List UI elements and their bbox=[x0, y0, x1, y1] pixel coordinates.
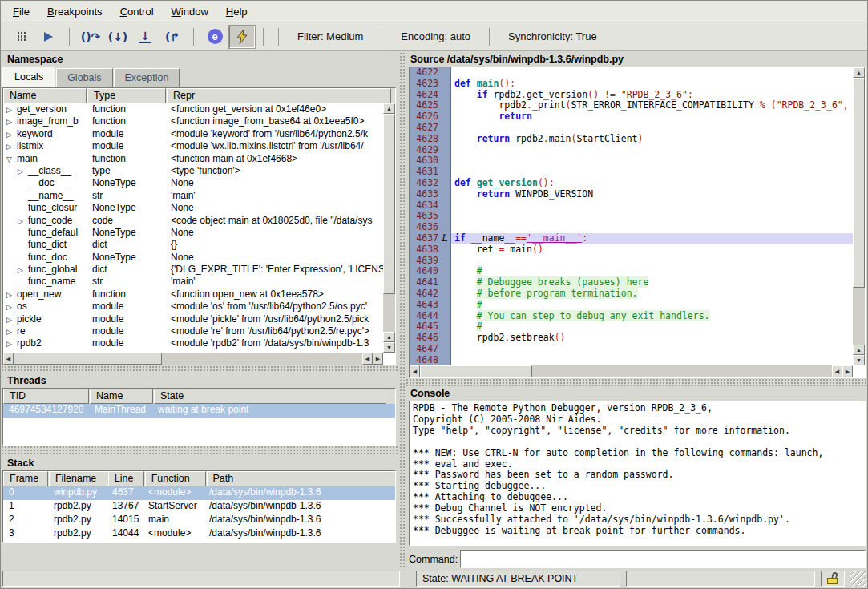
column-header-frame[interactable]: Frame bbox=[3, 471, 48, 486]
source-line[interactable]: 4632def get_version(): bbox=[410, 178, 853, 189]
namespace-horizontal-scrollbar[interactable]: ◀ ◀ ▶ bbox=[3, 353, 383, 365]
go-button[interactable] bbox=[35, 26, 61, 48]
expand-arrow-icon[interactable]: ▷ bbox=[6, 303, 17, 311]
namespace-row[interactable]: ▷listmixmodule<module 'wx.lib.mixins.lis… bbox=[3, 140, 383, 152]
scroll-down-arrow-icon[interactable]: ▼ bbox=[853, 355, 865, 365]
namespace-row[interactable]: func_dictdict{} bbox=[3, 239, 383, 251]
source-line[interactable]: 4634 bbox=[410, 200, 853, 212]
source-line[interactable]: 4647 bbox=[410, 344, 853, 355]
source-line[interactable]: 4648 bbox=[410, 355, 853, 365]
expand-arrow-icon[interactable]: ▷ bbox=[18, 266, 28, 274]
column-header-state[interactable]: State bbox=[154, 389, 386, 404]
scroll-left-arrow-icon[interactable]: ◀ bbox=[832, 365, 842, 377]
thread-row[interactable]: 46974534127920MainThreadwaiting at break… bbox=[3, 404, 395, 418]
scroll-left-arrow-icon[interactable]: ◀ bbox=[3, 353, 14, 365]
expand-arrow-icon[interactable]: ▷ bbox=[6, 131, 17, 139]
namespace-row[interactable]: func_docNoneTypeNone bbox=[3, 252, 383, 264]
source-vertical-scrollbar[interactable]: ▲ ▲ ▼ bbox=[853, 67, 865, 365]
step-button[interactable]: (↓) bbox=[105, 26, 131, 48]
menu-item-window[interactable]: Window bbox=[163, 2, 217, 21]
column-header-name[interactable]: Name bbox=[3, 88, 87, 103]
namespace-row[interactable]: __doc__NoneTypeNone bbox=[3, 177, 383, 189]
expand-arrow-icon[interactable]: ▷ bbox=[18, 217, 28, 225]
source-line[interactable]: 4643 # bbox=[410, 300, 853, 311]
vertical-splitter-sash[interactable] bbox=[399, 52, 406, 569]
namespace-row[interactable]: func_defaulNoneTypeNone bbox=[3, 227, 383, 239]
namespace-row[interactable]: ▷image_from_bfunction<function image_fro… bbox=[3, 115, 383, 127]
source-line[interactable]: 4642 # before program termination. bbox=[410, 288, 853, 300]
scroll-up-arrow-icon[interactable]: ▲ bbox=[383, 103, 395, 114]
goto-button[interactable]: ↓ bbox=[132, 26, 158, 48]
scroll-left-arrow-icon[interactable]: ◀ bbox=[362, 353, 373, 365]
tab-locals[interactable]: Locals bbox=[2, 67, 55, 87]
namespace-row[interactable]: ▷rpdb2module<module 'rpdb2' from '/data/… bbox=[3, 337, 383, 349]
menu-item-help[interactable]: Help bbox=[217, 2, 256, 21]
source-line[interactable]: 4629 bbox=[410, 145, 853, 156]
namespace-row[interactable]: ▷__class__type<type 'function'> bbox=[3, 165, 383, 177]
source-line[interactable]: 4637Lif __name__=='__main__': bbox=[410, 233, 853, 244]
scroll-up-arrow-icon[interactable]: ▲ bbox=[383, 332, 395, 342]
source-horizontal-scrollbar[interactable]: ◀ ◀ ▶ bbox=[410, 365, 853, 377]
namespace-vertical-scrollbar[interactable]: ▲ ▲ ▼ bbox=[383, 103, 395, 353]
expand-arrow-icon[interactable]: ▷ bbox=[6, 291, 17, 299]
menu-item-file[interactable]: File bbox=[4, 2, 38, 21]
source-line[interactable]: 4625 rpdb2._print(STR_ERROR_INTERFACE_CO… bbox=[410, 100, 853, 111]
namespace-row[interactable]: ▷open_newfunction<function open_new at 0… bbox=[3, 288, 383, 301]
scrollbar-thumb[interactable] bbox=[14, 353, 162, 365]
splitter-sash[interactable] bbox=[1, 365, 399, 373]
scroll-up-arrow-icon[interactable]: ▲ bbox=[853, 67, 865, 78]
resize-grip[interactable] bbox=[850, 571, 866, 587]
expand-arrow-icon[interactable]: ▷ bbox=[6, 143, 17, 151]
expand-arrow-icon[interactable]: ▷ bbox=[6, 340, 17, 348]
column-header-tid[interactable]: TID bbox=[3, 389, 89, 404]
column-header-filename[interactable]: Filename bbox=[49, 471, 107, 486]
return-button[interactable]: (↱ bbox=[159, 26, 185, 48]
source-line[interactable]: 4640 # bbox=[410, 266, 853, 277]
source-line[interactable]: 4628 return rpdb2.main(StartClient) bbox=[410, 134, 853, 145]
column-header-path[interactable]: Path bbox=[207, 471, 394, 486]
source-line[interactable]: 4630 bbox=[410, 155, 853, 167]
namespace-row[interactable]: ▷func_codecode<code object main at 0x180… bbox=[3, 215, 383, 227]
tab-exception[interactable]: Exception bbox=[114, 68, 180, 87]
source-line[interactable]: 4633 return WINPDB_VERSION bbox=[410, 189, 853, 200]
source-line[interactable]: 4638 ret = main() bbox=[410, 244, 853, 256]
column-header-repr[interactable]: Repr bbox=[167, 88, 391, 103]
stack-frame-row[interactable]: 3rpdb2.py14044<module>/data/sys/bin/winp… bbox=[3, 527, 395, 541]
scroll-right-arrow-icon[interactable]: ▶ bbox=[842, 365, 853, 377]
source-line[interactable]: 4627 bbox=[410, 123, 853, 134]
namespace-row[interactable]: __name__str'main' bbox=[3, 190, 383, 202]
expand-arrow-icon[interactable]: ▷ bbox=[18, 167, 28, 175]
scrollbar-thumb[interactable] bbox=[383, 114, 395, 294]
source-line[interactable]: 4624 if rpdb2.get_version() != "RPDB_2_3… bbox=[410, 90, 853, 101]
source-line[interactable]: 4623def main(): bbox=[410, 79, 853, 90]
next-button[interactable]: ()↷ bbox=[78, 26, 103, 48]
namespace-row[interactable]: ▷keywordmodule<module 'keyword' from '/u… bbox=[3, 128, 383, 140]
source-line[interactable]: 4635 bbox=[410, 211, 853, 222]
source-line[interactable]: 4626 return bbox=[410, 111, 853, 123]
scroll-up-arrow-icon[interactable]: ▲ bbox=[853, 345, 865, 355]
expand-arrow-icon[interactable]: ▷ bbox=[6, 106, 17, 114]
namespace-row[interactable]: ▷func_globaldict{'DLG_EXPR_TITLE': 'Ente… bbox=[3, 264, 383, 276]
source-line[interactable]: 4641 # Debuggee breaks (pauses) here bbox=[410, 277, 853, 288]
source-line[interactable]: 4631 bbox=[410, 167, 853, 178]
column-header-line[interactable]: Line bbox=[108, 471, 144, 486]
scrollbar-thumb[interactable] bbox=[853, 78, 865, 288]
stack-frame-row[interactable]: 2rpdb2.py14015main/data/sys/bin/winpdb-1… bbox=[3, 514, 395, 527]
stack-frame-row[interactable]: 1rpdb2.py13767StartServer/data/sys/bin/w… bbox=[3, 500, 395, 514]
namespace-row[interactable]: ▷get_versionfunction<function get_versio… bbox=[3, 103, 383, 115]
collapse-arrow-icon[interactable]: ▽ bbox=[6, 155, 17, 163]
tab-globals[interactable]: Globals bbox=[56, 68, 112, 87]
scroll-left-arrow-icon[interactable]: ◀ bbox=[410, 365, 420, 377]
namespace-row[interactable]: ▷osmodule<module 'os' from '/usr/lib64/p… bbox=[3, 301, 383, 313]
splitter-sash[interactable] bbox=[1, 446, 399, 456]
scroll-down-arrow-icon[interactable]: ▼ bbox=[383, 342, 395, 353]
scroll-right-arrow-icon[interactable]: ▶ bbox=[373, 353, 383, 365]
trap-unhandled-exceptions-button[interactable] bbox=[229, 26, 255, 48]
expand-arrow-icon[interactable]: ▷ bbox=[6, 118, 17, 126]
stack-frame-row[interactable]: 0winpdb.py4637<module>/data/sys/bin/winp… bbox=[3, 486, 395, 500]
column-header-type[interactable]: Type bbox=[87, 88, 166, 103]
splitter-sash[interactable] bbox=[406, 378, 867, 386]
command-input[interactable] bbox=[460, 550, 866, 568]
scrollbar-thumb[interactable] bbox=[420, 365, 532, 377]
column-header-name[interactable]: Name bbox=[90, 389, 153, 404]
